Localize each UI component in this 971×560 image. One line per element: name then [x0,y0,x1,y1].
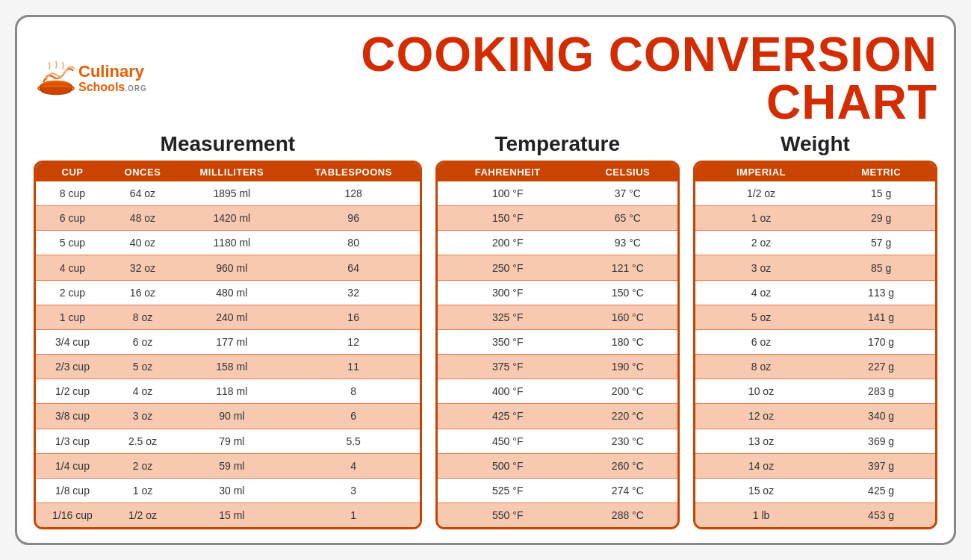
temperature-table: FAHRENHEITCELSIUS 100 °F37 °C150 °F65 °C… [435,161,680,529]
table-row: 100 °F37 °C [438,181,677,206]
table-cell: 64 [288,255,420,280]
table-cell: 369 g [827,429,935,454]
logo-icon [34,60,78,97]
table-cell: 500 °F [438,454,578,479]
table-cell: 1/2 oz [109,503,176,527]
table-cell: 240 ml [176,305,288,330]
table-cell: 288 °C [578,503,677,527]
table-cell: 400 °F [438,379,578,404]
logo-schools: Schools.ORG [78,81,147,94]
table-cell: 57 g [827,231,935,255]
table-cell: 4 oz [109,379,176,404]
header: Culinary Schools.ORG COOKING CONVERSION … [34,31,937,126]
table-cell: 4 cup [36,255,109,280]
table-cell: 425 °F [438,404,578,429]
table-cell: 550 °F [438,503,578,527]
table-cell: 1/16 cup [36,503,109,527]
table-cell: 1420 ml [176,206,288,231]
table-cell: 283 g [827,379,935,404]
table-row: 550 °F288 °C [438,503,677,527]
page-container: Culinary Schools.ORG COOKING CONVERSION … [15,15,956,545]
table-cell: 250 °F [438,255,578,280]
table-cell: 5.5 [288,429,420,454]
logo-area: Culinary Schools.ORG [34,60,190,97]
table-cell: 5 cup [36,231,109,255]
table-cell: 525 °F [438,479,578,503]
table-row: 2/3 cup5 oz158 ml11 [36,355,420,379]
table-cell: 6 oz [109,330,176,355]
table-cell: 8 cup [36,181,109,206]
col-header: ONCES [109,163,176,181]
table-cell: 65 °C [578,206,677,231]
table-cell: 1/4 cup [36,454,109,479]
table-row: 450 °F230 °C [438,429,677,454]
table-cell: 3 [288,479,420,503]
table-cell: 227 g [827,355,935,379]
table-row: 500 °F260 °C [438,454,677,479]
weight-table: IMPERIALMETRIC 1/2 oz15 g1 oz29 g2 oz57 … [693,161,937,529]
col-header: CUP [36,163,109,181]
measurement-table: CUPONCESMILLILITERSTABLESPOONS 8 cup64 o… [34,161,422,529]
table-cell: 128 [288,181,420,206]
table-cell: 1 oz [109,479,176,503]
table-row: 3 oz85 g [695,255,935,280]
table-cell: 15 oz [695,479,827,503]
table-cell: 425 g [827,479,935,503]
table-cell: 64 oz [109,181,176,206]
table-cell: 2 oz [695,231,827,255]
table-cell: 121 °C [578,255,677,280]
table-cell: 3/8 cup [36,404,109,429]
table-row: 1 oz29 g [695,206,935,231]
col-header: CELSIUS [578,163,677,181]
table-row: 325 °F160 °C [438,305,677,330]
table-row: 375 °F190 °C [438,355,677,379]
table-cell: 450 °F [438,429,578,454]
table-cell: 1 cup [36,305,109,330]
table-cell: 453 g [827,503,935,527]
sections-row: Measurement CUPONCESMILLILITERSTABLESPOO… [34,132,937,529]
table-cell: 260 °C [578,454,677,479]
table-cell: 14 oz [695,454,827,479]
table-cell: 2 oz [109,454,176,479]
table-row: 2 cup16 oz480 ml32 [36,281,420,305]
table-row: 6 oz170 g [695,330,935,355]
logo-text: Culinary Schools.ORG [78,63,147,94]
table-cell: 30 ml [176,479,288,503]
table-cell: 274 °C [578,479,677,503]
table-cell: 1/2 cup [36,379,109,404]
table-row: 1/2 cup4 oz118 ml8 [36,379,420,404]
table-row: 425 °F220 °C [438,404,677,429]
table-cell: 29 g [827,206,935,231]
table-cell: 4 [288,454,420,479]
table-cell: 200 °C [578,379,677,404]
table-cell: 2.5 oz [109,429,176,454]
table-row: 12 oz340 g [695,404,935,429]
table-row: 8 oz227 g [695,355,935,379]
table-cell: 93 °C [578,231,677,255]
measurement-title: Measurement [34,132,422,156]
table-cell: 6 cup [36,206,109,231]
table-row: 15 oz425 g [695,479,935,503]
table-cell: 12 [288,330,420,355]
table-row: 6 cup48 oz1420 ml96 [36,206,420,231]
table-cell: 80 [288,231,420,255]
weight-title: Weight [693,132,937,156]
table-cell: 960 ml [176,255,288,280]
table-cell: 79 ml [176,429,288,454]
table-cell: 10 oz [695,379,827,404]
table-row: 1/3 cup2.5 oz79 ml5.5 [36,429,420,454]
col-header: MILLILITERS [176,163,288,181]
table-cell: 375 °F [438,355,578,379]
table-cell: 177 ml [176,330,288,355]
section-weight: Weight IMPERIALMETRIC 1/2 oz15 g1 oz29 g… [693,132,937,529]
table-row: 1/4 cup2 oz59 ml4 [36,454,420,479]
table-cell: 190 °C [578,355,677,379]
table-cell: 118 ml [176,379,288,404]
table-cell: 1180 ml [176,231,288,255]
table-cell: 340 g [827,404,935,429]
table-cell: 48 oz [109,206,176,231]
table-row: 1/2 oz15 g [695,181,935,206]
table-cell: 12 oz [695,404,827,429]
table-cell: 2 cup [36,281,109,305]
table-row: 3/8 cup3 oz90 ml6 [36,404,420,429]
